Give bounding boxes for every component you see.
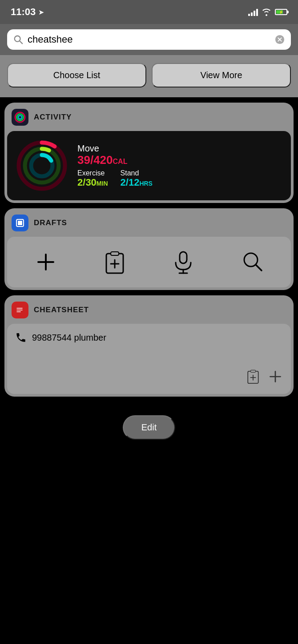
search-icon: [13, 35, 23, 44]
search-area: cheatshee: [0, 24, 298, 55]
exercise-value: 2/30MIN: [77, 177, 108, 188]
cheatsheet-body: 99887544 plumber: [7, 324, 291, 394]
svg-rect-22: [180, 252, 187, 263]
exercise-unit: MIN: [97, 180, 108, 187]
action-buttons-section: Choose List View More: [0, 55, 298, 97]
exercise-label: Exercise: [77, 169, 108, 177]
cheatsheet-header: CHEATSHEET: [4, 295, 294, 324]
stand-unit: HRS: [139, 180, 153, 187]
move-unit: CAL: [113, 158, 128, 165]
edit-button-container: Edit: [0, 402, 298, 449]
svg-point-7: [18, 115, 22, 119]
cheatsheet-app-icon: [12, 302, 28, 318]
stand-goal: 12: [129, 177, 139, 188]
signal-icon: [248, 8, 258, 16]
move-value: 39/420CAL: [77, 154, 283, 167]
cheatsheet-entry: 99887544 plumber: [15, 332, 283, 343]
svg-point-33: [17, 311, 18, 312]
drafts-body: [7, 237, 291, 287]
cheatsheet-capture-button[interactable]: [246, 369, 261, 386]
clear-search-icon[interactable]: [275, 35, 285, 44]
cheatsheet-app-label: CHEATSHEET: [34, 306, 89, 314]
exercise-goal: 30: [85, 177, 96, 188]
stand-current: 2: [121, 177, 126, 188]
exercise-stat: Exercise 2/30MIN: [77, 169, 108, 188]
activity-app-label: ACTIVITY: [34, 113, 72, 122]
svg-point-32: [17, 310, 18, 310]
stand-value: 2/12HRS: [121, 177, 153, 188]
drafts-header: DRAFTS: [4, 208, 294, 237]
search-input[interactable]: cheatshee: [28, 34, 270, 45]
battery-icon: ⚡: [275, 9, 287, 15]
activity-body: Move 39/420CAL Exercise 2/30MIN Stand 2/…: [7, 131, 291, 200]
action-buttons-row: Choose List View More: [7, 63, 291, 87]
move-goal: 420: [93, 153, 113, 167]
phone-icon: [15, 332, 27, 343]
svg-line-1: [20, 41, 22, 44]
status-time: 11:03 ➤: [11, 6, 44, 18]
status-icons: ⚡: [248, 8, 287, 16]
drafts-widget: DRAFTS: [4, 208, 294, 290]
time-display: 11:03: [11, 6, 36, 18]
search-drafts-button[interactable]: [237, 246, 268, 278]
cheatsheet-entry-text: 99887544 plumber: [32, 333, 106, 343]
activity-header: ACTIVITY: [4, 103, 294, 131]
exercise-current: 2: [77, 177, 83, 188]
search-bar[interactable]: cheatshee: [7, 29, 291, 50]
drafts-app-label: DRAFTS: [34, 219, 67, 227]
wifi-icon: [262, 8, 271, 16]
activity-rings: [15, 139, 68, 192]
svg-line-26: [256, 265, 262, 270]
drafts-app-icon: [12, 215, 28, 231]
activity-stats: Move 39/420CAL Exercise 2/30MIN Stand 2/…: [77, 143, 283, 188]
svg-rect-35: [250, 370, 255, 372]
activity-widget: ACTIVITY Move 39/420CAL: [4, 103, 294, 203]
edit-button[interactable]: Edit: [123, 415, 175, 440]
choose-list-button[interactable]: Choose List: [7, 63, 146, 87]
status-bar: 11:03 ➤ ⚡: [0, 0, 298, 24]
exercise-stand-row: Exercise 2/30MIN Stand 2/12HRS: [77, 169, 283, 188]
new-draft-button[interactable]: [30, 246, 61, 278]
dictate-button[interactable]: [168, 246, 199, 278]
cheatsheet-widget: CHEATSHEET 99887544 plumber: [4, 295, 294, 397]
location-arrow-icon: ➤: [38, 8, 44, 16]
stand-stat: Stand 2/12HRS: [121, 169, 153, 188]
stand-label: Stand: [121, 169, 153, 177]
move-current: 39: [77, 153, 90, 167]
view-more-button[interactable]: View More: [152, 63, 291, 87]
move-label: Move: [77, 143, 283, 154]
cheatsheet-add-button[interactable]: [268, 369, 283, 386]
capture-draft-button[interactable]: [99, 246, 130, 278]
svg-point-31: [17, 308, 18, 309]
svg-rect-19: [111, 252, 119, 255]
svg-rect-15: [18, 221, 22, 225]
activity-app-icon: [12, 109, 28, 126]
cheatsheet-footer: [15, 366, 283, 386]
